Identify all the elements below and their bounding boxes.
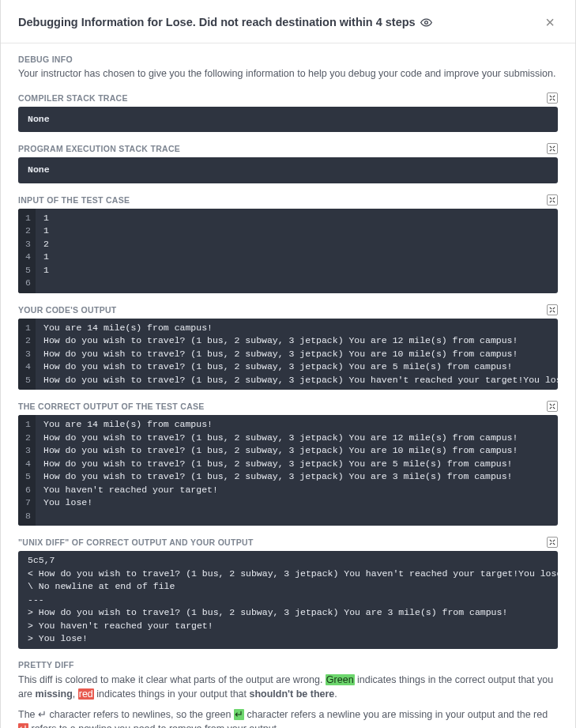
modal-title: Debugging Information for Lose. Did not … xyxy=(18,16,432,28)
pretty-diff-desc2: The ↵ character refers to newlines, so t… xyxy=(18,707,558,728)
unix-diff-codebox: 5c5,7< How do you wish to travel? (1 bus… xyxy=(18,551,558,649)
correct-output-codebox: 12345678 You are 14 mile(s) from campus!… xyxy=(18,415,558,526)
modal-title-text: Debugging Information for Lose. Did not … xyxy=(18,16,416,28)
unix-diff-label-text: "UNIX DIFF" OF CORRECT OUTPUT AND YOUR O… xyxy=(18,538,254,547)
input-label: INPUT OF THE TEST CASE xyxy=(18,194,558,206)
modal-body: DEBUG INFO Your instructor has chosen to… xyxy=(1,43,575,728)
compiler-label: COMPILER STACK TRACE xyxy=(18,92,558,104)
close-button[interactable]: × xyxy=(542,13,558,32)
expand-button[interactable] xyxy=(547,537,558,548)
program-codebox: None xyxy=(18,157,558,183)
pretty-diff-desc1: This diff is colored to make it clear wh… xyxy=(18,673,558,701)
debug-info-desc: Your instructor has chosen to give you t… xyxy=(18,67,558,81)
compiler-label-text: COMPILER STACK TRACE xyxy=(18,93,128,103)
expand-button[interactable] xyxy=(547,401,558,412)
expand-button[interactable] xyxy=(547,194,558,206)
your-output-codebox: 12345 You are 14 mile(s) from campus!How… xyxy=(18,319,558,390)
green-newline-icon: ↵ xyxy=(234,709,244,720)
code-lines: 11211 xyxy=(36,209,558,293)
program-label-text: PROGRAM EXECUTION STACK TRACE xyxy=(18,144,180,153)
code-lines: You are 14 mile(s) from campus!How do yo… xyxy=(36,319,558,390)
red-newline-icon: ↵ xyxy=(18,723,28,728)
correct-output-label-text: THE CORRECT OUTPUT OF THE TEST CASE xyxy=(18,402,205,411)
eye-icon xyxy=(420,17,432,28)
your-output-label: YOUR CODE'S OUTPUT xyxy=(18,304,558,315)
input-label-text: INPUT OF THE TEST CASE xyxy=(18,195,130,205)
debug-modal: Debugging Information for Lose. Did not … xyxy=(0,0,576,728)
program-label: PROGRAM EXECUTION STACK TRACE xyxy=(18,143,558,154)
unix-diff-label: "UNIX DIFF" OF CORRECT OUTPUT AND YOUR O… xyxy=(18,537,558,548)
input-codebox: 123456 11211 xyxy=(18,209,558,293)
line-gutter: 123456 xyxy=(18,209,36,293)
line-gutter: 12345 xyxy=(18,319,36,390)
modal-header: Debugging Information for Lose. Did not … xyxy=(1,0,575,43)
pretty-diff-label: PRETTY DIFF xyxy=(18,660,558,670)
red-highlight: red xyxy=(78,688,94,700)
expand-button[interactable] xyxy=(547,143,558,154)
green-highlight: Green xyxy=(326,674,355,685)
svg-point-0 xyxy=(424,21,427,24)
code-lines: 5c5,7< How do you wish to travel? (1 bus… xyxy=(18,551,558,649)
expand-button[interactable] xyxy=(547,92,558,104)
your-output-label-text: YOUR CODE'S OUTPUT xyxy=(18,305,117,315)
correct-output-label: THE CORRECT OUTPUT OF THE TEST CASE xyxy=(18,401,558,412)
expand-button[interactable] xyxy=(547,304,558,315)
pretty-diff-label-text: PRETTY DIFF xyxy=(18,660,74,670)
code-lines: You are 14 mile(s) from campus!How do yo… xyxy=(36,415,558,526)
debug-info-label: DEBUG INFO xyxy=(18,55,558,64)
debug-info-label-text: DEBUG INFO xyxy=(18,55,73,64)
line-gutter: 12345678 xyxy=(18,415,36,526)
compiler-codebox: None xyxy=(18,107,558,133)
